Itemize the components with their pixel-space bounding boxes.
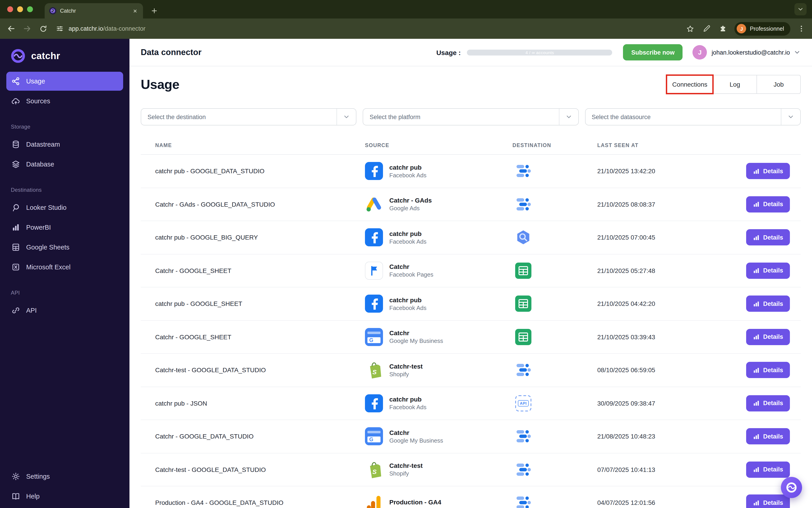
connection-name: catchr pub - JSON bbox=[155, 400, 365, 407]
destination-cell bbox=[512, 495, 597, 508]
sidebar-item-label: Settings bbox=[26, 473, 50, 480]
extensions-puzzle-icon[interactable] bbox=[718, 24, 727, 33]
account-avatar[interactable]: J bbox=[693, 45, 707, 59]
details-label: Details bbox=[763, 400, 783, 407]
column-header: NAME bbox=[155, 142, 365, 148]
source-cell: catchr pubFacebook Ads bbox=[365, 228, 512, 247]
tab-title: Catchr bbox=[60, 8, 128, 14]
column-header: SOURCE bbox=[365, 142, 512, 148]
details-button[interactable]: Details bbox=[746, 296, 790, 312]
tab-list-chevron-icon[interactable] bbox=[795, 3, 807, 15]
details-button[interactable]: Details bbox=[746, 263, 790, 279]
sidebar-item-powerbi[interactable]: PowerBI bbox=[6, 218, 123, 237]
details-label: Details bbox=[763, 334, 783, 340]
sidebar-item-usage[interactable]: Usage bbox=[6, 72, 123, 91]
source-platform: Facebook Pages bbox=[389, 271, 433, 278]
pen-extension-icon[interactable] bbox=[702, 24, 711, 33]
share-icon bbox=[11, 77, 20, 86]
browser-menu-icon[interactable] bbox=[797, 24, 806, 33]
chevron-down-icon bbox=[337, 113, 356, 121]
brand: catchr bbox=[0, 39, 129, 71]
close-window-button[interactable] bbox=[7, 6, 13, 12]
svg-text:S: S bbox=[372, 369, 377, 376]
details-button[interactable]: Details bbox=[746, 462, 790, 478]
new-tab-button[interactable] bbox=[148, 5, 160, 17]
last-seen-at: 30/09/2025 09:38:47 bbox=[597, 400, 735, 407]
filter-select-0[interactable]: Select the destination bbox=[141, 108, 356, 125]
destination-cell bbox=[512, 296, 597, 312]
minimize-window-button[interactable] bbox=[17, 6, 23, 12]
table-header: NAMESOURCEDESTINATIONLAST SEEN AT bbox=[141, 136, 801, 155]
source-cell: catchr pubFacebook Ads bbox=[365, 162, 512, 180]
source-cell: Production - GA4 bbox=[365, 494, 512, 508]
sidebar-item-google-sheets[interactable]: Google Sheets bbox=[6, 238, 123, 257]
details-button[interactable]: Details bbox=[746, 495, 790, 508]
sidebar-item-api[interactable]: API bbox=[6, 301, 123, 320]
address-bar[interactable]: app.catchr.io/data-connector bbox=[69, 25, 145, 32]
table-row: Catchr-test - GOOGLE_DATA_STUDIOSCatchr-… bbox=[141, 354, 801, 387]
google-sheets-icon bbox=[515, 296, 531, 312]
filter-select-2[interactable]: Select the datasource bbox=[585, 108, 801, 125]
browser-tab[interactable]: Catchr bbox=[45, 3, 143, 18]
destination-cell bbox=[512, 163, 597, 179]
details-button[interactable]: Details bbox=[746, 229, 790, 246]
back-icon[interactable] bbox=[6, 24, 15, 33]
catchr-fab-button[interactable] bbox=[781, 477, 802, 498]
source-name: Catchr bbox=[389, 330, 443, 337]
chevron-down-icon bbox=[781, 113, 800, 121]
catchr-logo-icon bbox=[10, 48, 26, 64]
details-button[interactable]: Details bbox=[746, 196, 790, 212]
source-cell: Catchr - GAdsGoogle Ads bbox=[365, 195, 512, 213]
sidebar-item-database[interactable]: Database bbox=[6, 155, 123, 174]
sidebar-nav: UsageSourcesStorageDatastreamDatabaseDes… bbox=[0, 71, 129, 320]
details-button[interactable]: Details bbox=[746, 362, 790, 378]
sidebar-item-sources[interactable]: Sources bbox=[6, 92, 123, 111]
details-label: Details bbox=[763, 499, 783, 506]
maximize-window-button[interactable] bbox=[27, 6, 33, 12]
reload-icon[interactable] bbox=[39, 24, 48, 33]
site-info-icon[interactable] bbox=[55, 24, 64, 33]
sidebar-item-microsoft-excel[interactable]: Microsoft Excel bbox=[6, 258, 123, 277]
last-seen-at: 21/10/2025 05:27:48 bbox=[597, 267, 735, 274]
google-sheets-icon bbox=[515, 329, 531, 345]
sidebar-item-settings[interactable]: Settings bbox=[6, 467, 123, 486]
tab-job[interactable]: Job bbox=[757, 75, 801, 94]
svg-text:G: G bbox=[369, 337, 373, 343]
bigquery-icon bbox=[515, 229, 531, 246]
subscribe-now-button[interactable]: Subscribe now bbox=[623, 44, 683, 60]
last-seen-at: 21/10/2025 03:39:43 bbox=[597, 333, 735, 341]
details-label: Details bbox=[763, 300, 783, 307]
url-path: /data-connector bbox=[103, 25, 145, 32]
table-row: Catchr - GAds - GOOGLE_DATA_STUDIOCatchr… bbox=[141, 188, 801, 221]
sidebar-item-help[interactable]: Help bbox=[6, 487, 123, 506]
source-cell: GCatchrGoogle My Business bbox=[365, 328, 512, 346]
details-button[interactable]: Details bbox=[746, 329, 790, 345]
details-button[interactable]: Details bbox=[746, 163, 790, 179]
sidebar-item-datastream[interactable]: Datastream bbox=[6, 135, 123, 154]
bookmark-star-icon[interactable] bbox=[686, 24, 695, 33]
shopify-icon: S bbox=[365, 461, 383, 479]
filter-select-1[interactable]: Select the platform bbox=[363, 108, 579, 125]
source-name: catchr pub bbox=[389, 164, 427, 171]
topbar: Data connector Usage : 4 / ∞ accounts Su… bbox=[129, 39, 812, 66]
usage-progress-bar: 4 / ∞ accounts bbox=[467, 49, 612, 55]
sidebar-item-looker-studio[interactable]: Looker Studio bbox=[6, 198, 123, 217]
facebook-icon bbox=[365, 162, 383, 180]
source-cell: CatchrFacebook Pages bbox=[365, 262, 512, 280]
google-analytics-icon bbox=[365, 494, 383, 508]
forward-icon[interactable] bbox=[23, 24, 32, 33]
facebook-icon bbox=[365, 295, 383, 313]
connections-table: NAMESOURCEDESTINATIONLAST SEEN AT catchr… bbox=[141, 136, 801, 508]
usage-label: Usage : bbox=[436, 48, 461, 56]
tab-close-icon[interactable] bbox=[131, 7, 138, 14]
details-button[interactable]: Details bbox=[746, 428, 790, 444]
account-chevron-icon[interactable] bbox=[794, 49, 801, 56]
browser-profile-chip[interactable]: J Professionnel bbox=[735, 22, 790, 35]
source-platform: Shopify bbox=[389, 371, 423, 378]
tab-connections[interactable]: Connections bbox=[666, 75, 713, 94]
source-name: Catchr-test bbox=[389, 363, 423, 370]
details-button[interactable]: Details bbox=[746, 395, 790, 412]
destination-cell bbox=[512, 428, 597, 444]
connection-name: catchr pub - GOOGLE_DATA_STUDIO bbox=[155, 168, 365, 175]
tab-log[interactable]: Log bbox=[713, 75, 757, 94]
